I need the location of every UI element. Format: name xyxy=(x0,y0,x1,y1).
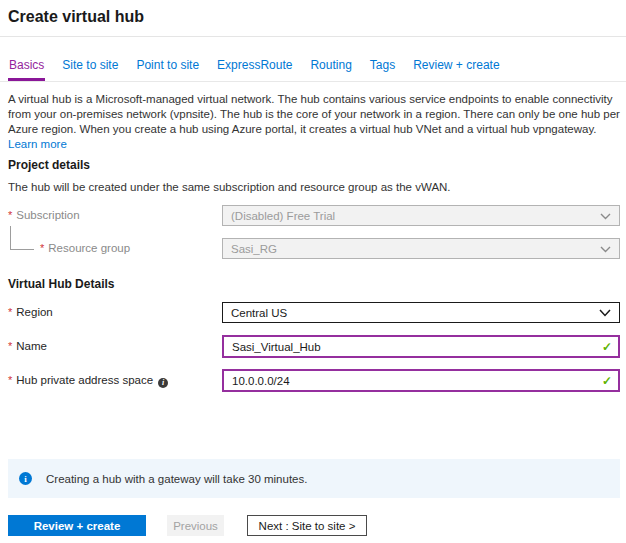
address-space-field-wrapper: ✓ xyxy=(222,369,620,392)
info-icon: i xyxy=(19,472,32,485)
required-asterisk: * xyxy=(8,209,12,221)
tab-routing[interactable]: Routing xyxy=(309,56,352,78)
subscription-label: *Subscription xyxy=(8,209,80,221)
address-space-label: *Hub private address spacei xyxy=(8,374,168,388)
region-value: Central US xyxy=(231,307,287,319)
required-asterisk: * xyxy=(40,242,44,254)
name-input[interactable] xyxy=(232,337,598,356)
required-asterisk: * xyxy=(8,340,12,352)
address-space-input[interactable] xyxy=(232,371,598,390)
required-asterisk: * xyxy=(8,374,12,386)
tab-basics[interactable]: Basics xyxy=(8,56,45,81)
learn-more-link[interactable]: Learn more xyxy=(8,138,67,150)
tab-site-to-site[interactable]: Site to site xyxy=(61,56,119,78)
name-field-wrapper: ✓ xyxy=(222,335,620,358)
wizard-tabbar: Basics Site to site Point to site Expres… xyxy=(0,56,626,82)
tab-tags[interactable]: Tags xyxy=(369,56,396,78)
chevron-down-icon xyxy=(600,210,611,222)
tab-point-to-site[interactable]: Point to site xyxy=(135,56,200,78)
resource-group-value: Sasi_RG xyxy=(231,243,277,255)
project-details-heading: Project details xyxy=(8,158,90,172)
name-label: *Name xyxy=(8,340,47,352)
tab-expressroute[interactable]: ExpressRoute xyxy=(216,56,293,78)
region-label: *Region xyxy=(8,306,53,318)
region-select[interactable]: Central US xyxy=(222,302,620,323)
resource-group-select[interactable]: Sasi_RG xyxy=(222,238,620,259)
review-create-button[interactable]: Review + create xyxy=(8,515,146,536)
chevron-down-icon xyxy=(599,307,611,319)
create-virtual-hub-page: Create virtual hub Basics Site to site P… xyxy=(0,0,626,543)
info-banner: i Creating a hub with a gateway will tak… xyxy=(8,459,620,498)
valid-check-icon: ✓ xyxy=(602,374,612,388)
subscription-value: (Disabled) Free Trial xyxy=(231,210,335,222)
intro-text: A virtual hub is a Microsoft-managed vir… xyxy=(8,93,620,135)
title-divider xyxy=(0,36,626,37)
chevron-down-icon xyxy=(600,243,611,255)
next-site-to-site-button[interactable]: Next : Site to site > xyxy=(247,515,367,536)
parent-child-connector xyxy=(10,226,34,250)
banner-text: Creating a hub with a gateway will take … xyxy=(46,473,307,485)
tab-review-create[interactable]: Review + create xyxy=(412,56,500,78)
previous-button[interactable]: Previous xyxy=(167,515,224,536)
resource-group-label: *Resource group xyxy=(40,242,130,254)
required-asterisk: * xyxy=(8,306,12,318)
info-icon[interactable]: i xyxy=(158,378,168,388)
intro-paragraph: A virtual hub is a Microsoft-managed vir… xyxy=(8,92,621,152)
page-title: Create virtual hub xyxy=(8,8,144,26)
subscription-select[interactable]: (Disabled) Free Trial xyxy=(222,205,620,226)
virtual-hub-details-heading: Virtual Hub Details xyxy=(8,277,114,291)
valid-check-icon: ✓ xyxy=(602,340,612,354)
project-details-description: The hub will be created under the same s… xyxy=(8,181,451,193)
